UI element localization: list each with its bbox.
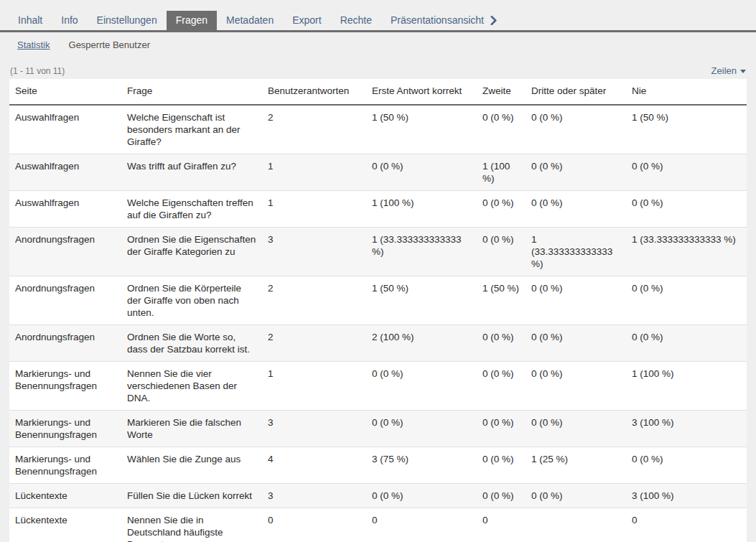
cell: 0 (0 %) <box>477 411 526 447</box>
cell: 1 (50 %) <box>626 105 747 154</box>
cell: Markierungs- und Benennungsfragen <box>9 362 121 411</box>
cell: Lückentexte <box>9 484 121 508</box>
cell: Markierungs- und Benennungsfragen <box>9 411 121 447</box>
table-row: LückentexteNennen Sie die in Deutschland… <box>9 508 747 542</box>
subtab-statistik[interactable]: Statistik <box>17 39 50 51</box>
cell: 0 (0 %) <box>526 325 626 362</box>
cell: Auswahlfragen <box>9 154 121 191</box>
cell: 0 (0 %) <box>526 105 626 154</box>
column-header-zweite: Zweite <box>477 79 526 105</box>
tab-export[interactable]: Export <box>283 11 330 30</box>
cell: 3 <box>262 484 366 508</box>
cell: 1 <box>262 154 366 191</box>
tab-rechte[interactable]: Rechte <box>331 11 381 30</box>
cell: 1 (50 %) <box>477 276 526 325</box>
caret-down-icon <box>740 70 746 73</box>
cell: 3 (100 %) <box>626 484 747 508</box>
cell: 2 <box>262 325 366 362</box>
cell: 3 <box>262 411 366 447</box>
cell: 0 (0 %) <box>477 191 526 228</box>
cell: Was trifft auf Giraffen zu? <box>121 154 262 191</box>
table-row: Markierungs- und BenennungsfragenWählen … <box>9 447 747 484</box>
cell: 0 <box>366 508 477 542</box>
tab-bar: InhaltInfoEinstellungenFragenMetadatenEx… <box>0 0 756 32</box>
cell: 1 <box>262 362 366 411</box>
table-row: Markierungs- und BenennungsfragenMarkier… <box>9 411 747 447</box>
cell: 1 (33.333333333333 %) <box>626 228 747 276</box>
cell: 0 (0 %) <box>477 362 526 411</box>
cell: Füllen Sie die Lücken korrekt <box>121 484 262 508</box>
table-row: AuswahlfragenWelche Eigenschaft ist beso… <box>9 105 747 154</box>
cell: Anordnungsfragen <box>9 325 121 362</box>
cell: 2 (100 %) <box>366 325 477 362</box>
cell: 0 (0 %) <box>526 276 626 325</box>
cell: 0 (0 %) <box>477 105 526 154</box>
cell: 0 <box>477 508 526 542</box>
cell: 3 (100 %) <box>626 411 747 447</box>
table-row: LückentexteFüllen Sie die Lücken korrekt… <box>9 484 747 508</box>
cell: 0 (0 %) <box>526 191 626 228</box>
cell: Ordnen Sie die Eigenschaften der Giraffe… <box>121 228 262 276</box>
table-header-row: SeiteFrageBenutzerantwortenErste Antwort… <box>9 79 747 105</box>
cell: 0 (0 %) <box>626 154 747 191</box>
cell: 0 (0 %) <box>477 484 526 508</box>
cell: 0 (0 %) <box>477 447 526 484</box>
column-header-dritte-oder-spaeter: Dritte oder später <box>526 79 626 105</box>
tab-inhalt[interactable]: Inhalt <box>9 11 52 30</box>
column-header-erste-antwort-korrekt: Erste Antwort korrekt <box>366 79 477 105</box>
cell <box>526 508 626 542</box>
cell: 1 (100 %) <box>366 191 477 228</box>
cell: Ordnen Sie die Körperteile der Giraffe v… <box>121 276 262 325</box>
pagination-top: (1 - 11 von 11) <box>10 66 65 76</box>
table-row: AuswahlfragenWelche Eigenschaften treffe… <box>9 191 747 228</box>
column-header-frage: Frage <box>121 79 262 105</box>
column-header-benutzerantworten: Benutzerantworten <box>262 79 366 105</box>
table-row: Markierungs- und BenennungsfragenNennen … <box>9 362 747 411</box>
rows-per-page-dropdown[interactable]: Zeilen <box>711 65 746 76</box>
statistics-table-container: SeiteFrageBenutzerantwortenErste Antwort… <box>9 79 747 542</box>
cell: Lückentexte <box>9 508 121 542</box>
cell: Auswahlfragen <box>9 105 121 154</box>
cell: 1 (33.333333333333 %) <box>366 228 477 276</box>
cell: 1 (33.333333333333 %) <box>526 228 626 276</box>
cell: 1 (50 %) <box>366 276 477 325</box>
cell: Wählen Sie die Zunge aus <box>121 447 262 484</box>
cell: 1 (100 %) <box>477 154 526 191</box>
cell: Auswahlfragen <box>9 191 121 228</box>
cell: Anordnungsfragen <box>9 228 121 276</box>
table-row: AnordnungsfragenOrdnen Sie die Körpertei… <box>9 276 747 325</box>
table-header: SeiteFrageBenutzerantwortenErste Antwort… <box>9 79 747 105</box>
column-header-seite: Seite <box>9 79 121 105</box>
question-statistics-table: SeiteFrageBenutzerantwortenErste Antwort… <box>9 79 747 542</box>
tab-info[interactable]: Info <box>52 11 87 30</box>
cell: 0 <box>262 508 366 542</box>
table-row: AnordnungsfragenOrdnen Sie die Worte so,… <box>9 325 747 362</box>
table-row: AuswahlfragenWas trifft auf Giraffen zu?… <box>9 154 747 191</box>
cell: Ordnen Sie die Worte so, dass der Satzba… <box>121 325 262 362</box>
cell: Anordnungsfragen <box>9 276 121 325</box>
tab-praesentationsansicht[interactable]: Präsentationsansicht <box>381 11 506 30</box>
cell: 0 (0 %) <box>526 484 626 508</box>
tab-fragen[interactable]: Fragen <box>167 11 217 30</box>
table-body: AuswahlfragenWelche Eigenschaft ist beso… <box>9 105 747 542</box>
cell: 2 <box>262 105 366 154</box>
cell: Nennen Sie die in Deutschland häufigste … <box>121 508 262 542</box>
cell: 0 (0 %) <box>366 154 477 191</box>
cell: 0 (0 %) <box>526 411 626 447</box>
cell: Markieren Sie die falschen Worte <box>121 411 262 447</box>
cell: 0 (0 %) <box>626 325 747 362</box>
table-row: AnordnungsfragenOrdnen Sie die Eigenscha… <box>9 228 747 276</box>
subtab-bar: StatistikGesperrte Benutzer <box>0 32 756 51</box>
tab-einstellungen[interactable]: Einstellungen <box>88 11 167 30</box>
cell: Welche Eigenschaften treffen auf die Gir… <box>121 191 262 228</box>
cell: 1 (50 %) <box>366 105 477 154</box>
cell: 0 (0 %) <box>477 228 526 276</box>
cell: 0 (0 %) <box>366 411 477 447</box>
table-toolbar: (1 - 11 von 11) Zeilen <box>0 65 756 79</box>
tab-metadaten[interactable]: Metadaten <box>217 11 283 30</box>
subtab-gesperrte-benutzer[interactable]: Gesperrte Benutzer <box>69 39 150 51</box>
column-header-nie: Nie <box>626 79 747 105</box>
cell: 0 (0 %) <box>626 191 747 228</box>
cell: Nennen Sie die vier verschiedenen Basen … <box>121 362 262 411</box>
cell: 3 <box>262 228 366 276</box>
